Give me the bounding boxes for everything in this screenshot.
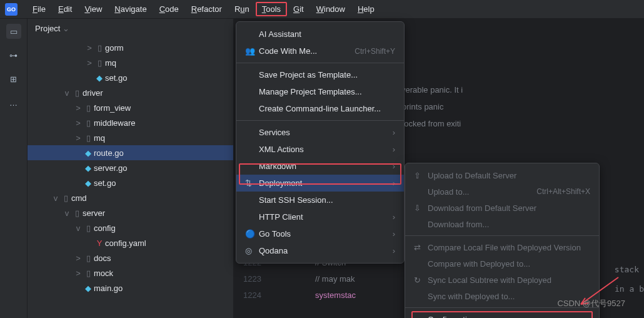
tools-dropdown: AI Assistant👥Code With Me...Ctrl+Shift+Y… <box>236 21 405 264</box>
chevron-down-icon: ⌄ <box>63 24 69 33</box>
menu-item-start-ssh-session-[interactable]: Start SSH Session... <box>236 192 404 208</box>
menu-item-manage-project-templates-[interactable]: Manage Project Templates... <box>236 83 404 100</box>
code-text: in a b <box>615 284 644 294</box>
tree-item-config-yaml[interactable]: Yconfig.yaml <box>28 235 233 250</box>
menu-help[interactable]: Help <box>351 2 381 16</box>
submenu-item-compare-local-file-with-deployed-version: ⇄Compare Local File with Deployed Versio… <box>405 239 599 255</box>
submenu-item-upload-to-default-server: ⇧Upload to Default Server <box>405 167 599 183</box>
more-tool-icon[interactable]: … <box>6 95 21 110</box>
tree-item-gorm[interactable]: >▯gorm <box>28 40 233 55</box>
tree-item-mock[interactable]: >▯mock <box>28 265 233 280</box>
menu-refactor[interactable]: Refactor <box>185 2 228 16</box>
tree-item-set-go[interactable]: ◆set.go <box>28 70 233 85</box>
tree-item-docs[interactable]: >▯docs <box>28 250 233 265</box>
tree-item-route-go[interactable]: ◆route.go <box>28 145 233 160</box>
menu-window[interactable]: Window <box>310 2 351 16</box>
tree-item-cmd[interactable]: v▯cmd <box>28 190 233 205</box>
submenu-item-sync-local-subtree-with-deployed: ↻Sync Local Subtree with Deployed <box>405 272 599 288</box>
submenu-item-compare-with-deployed-to-: Compare with Deployed to... <box>405 255 599 272</box>
submenu-item-configuration-[interactable]: Configuration... <box>405 311 599 318</box>
commit-tool-icon[interactable]: ⊶ <box>6 48 21 63</box>
submenu-item-upload-to-: Upload to...Ctrl+Alt+Shift+X <box>405 183 599 200</box>
menu-edit[interactable]: Edit <box>52 2 78 16</box>
structure-tool-icon[interactable]: ⊞ <box>6 71 21 86</box>
menu-view[interactable]: View <box>78 2 108 16</box>
submenu-item-sync-with-deployed-to-: Sync with Deployed to... <box>405 288 599 304</box>
menu-item-create-command-line-launcher-[interactable]: Create Command-line Launcher... <box>236 100 404 117</box>
menu-tools[interactable]: Tools <box>256 2 287 16</box>
tree-item-server[interactable]: v▯server <box>28 205 233 220</box>
tree-item-form_view[interactable]: >▯form_view <box>28 100 233 115</box>
menubar: GO FileEditViewNavigateCodeRefactorRunTo… <box>0 0 644 19</box>
tree-item-driver[interactable]: v▯driver <box>28 85 233 100</box>
project-panel: Project ⌄ >▯gorm>▯mq◆set.gov▯driver>▯for… <box>28 19 234 318</box>
menu-item-code-with-me-[interactable]: 👥Code With Me...Ctrl+Shift+Y <box>236 43 404 59</box>
menu-navigate[interactable]: Navigate <box>108 2 153 16</box>
menu-item-services[interactable]: Services› <box>236 124 404 141</box>
deployment-submenu: ⇧Upload to Default ServerUpload to...Ctr… <box>405 163 600 318</box>
menu-item-xml-actions[interactable]: XML Actions› <box>236 141 404 158</box>
menu-item-deployment[interactable]: ⇅Deployment› <box>236 175 404 192</box>
tool-sidebar: ▭ ⊶ ⊞ … <box>0 19 28 318</box>
menu-item-markdown[interactable]: Markdown› <box>236 158 404 175</box>
menu-item-ai-assistant[interactable]: AI Assistant <box>236 26 404 43</box>
tree-item-config[interactable]: v▯config <box>28 220 233 235</box>
tree-item-server-go[interactable]: ◆server.go <box>28 160 233 175</box>
project-label: Project <box>35 24 60 33</box>
menu-item-http-client[interactable]: HTTP Client› <box>236 208 404 225</box>
menu-file[interactable]: File <box>26 2 52 16</box>
code-text: stack <box>615 265 639 274</box>
project-header[interactable]: Project ⌄ <box>28 19 233 38</box>
tree-item-mq[interactable]: >▯mq <box>28 130 233 145</box>
project-tool-icon[interactable]: ▭ <box>6 24 21 39</box>
menu-run[interactable]: Run <box>228 2 256 16</box>
menu-item-qodana[interactable]: ◎Qodana› <box>236 242 404 259</box>
app-logo: GO <box>5 3 18 16</box>
submenu-item-download-from-: Download from... <box>405 216 599 232</box>
tree-item-set-go[interactable]: ◆set.go <box>28 175 233 190</box>
tree-item-main-go[interactable]: ◆main.go <box>28 280 233 295</box>
submenu-item-download-from-default-server: ⇩Download from Default Server <box>405 200 599 216</box>
menu-item-save-project-as-template-[interactable]: Save Project as Template... <box>236 66 404 83</box>
tree-item-middleware[interactable]: >▯middleware <box>28 115 233 130</box>
menu-git[interactable]: Git <box>287 2 310 16</box>
menu-code[interactable]: Code <box>153 2 185 16</box>
tree-item-mq[interactable]: >▯mq <box>28 55 233 70</box>
project-tree: >▯gorm>▯mq◆set.gov▯driver>▯form_view>▯mi… <box>28 38 233 298</box>
menu-item-go-tools[interactable]: 🔵Go Tools› <box>236 225 404 242</box>
